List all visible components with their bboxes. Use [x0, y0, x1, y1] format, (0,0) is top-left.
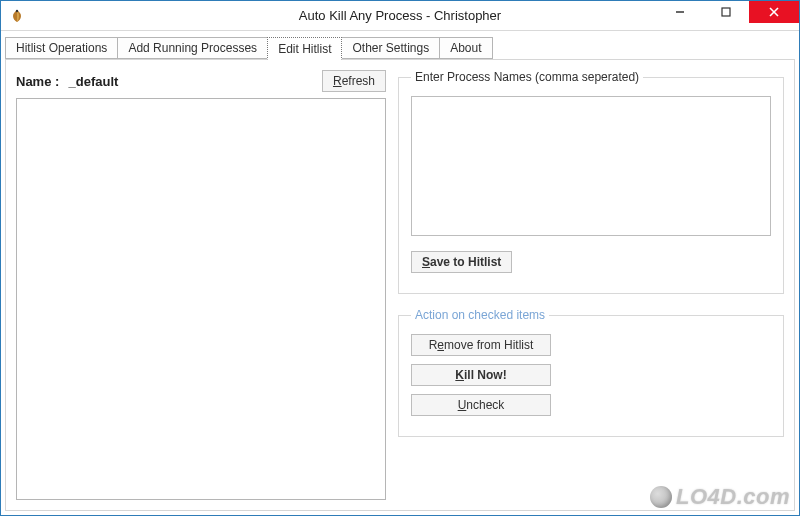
tab-add-running-processes[interactable]: Add Running Processes [117, 37, 268, 59]
refresh-button[interactable]: Refresh [322, 70, 386, 92]
app-window: Auto Kill Any Process - Christopher Hitl… [0, 0, 800, 516]
uncheck-button[interactable]: Uncheck [411, 394, 551, 416]
app-icon [9, 8, 25, 24]
remove-from-hitlist-button[interactable]: Remove from Hitlist [411, 334, 551, 356]
svg-rect-2 [722, 8, 730, 16]
hitlist-listbox[interactable] [16, 98, 386, 500]
action-on-checked-group: Action on checked items Remove from Hitl… [398, 308, 784, 437]
client-area: Hitlist Operations Add Running Processes… [1, 31, 799, 515]
tab-other-settings[interactable]: Other Settings [341, 37, 440, 59]
svg-point-0 [16, 9, 18, 11]
right-column: Enter Process Names (comma seperated) Sa… [398, 70, 784, 500]
close-button[interactable] [749, 1, 799, 23]
refresh-button-rest: efresh [342, 74, 375, 88]
enter-process-names-group: Enter Process Names (comma seperated) Sa… [398, 70, 784, 294]
kill-now-button[interactable]: Kill Now! [411, 364, 551, 386]
tab-about[interactable]: About [439, 37, 492, 59]
tab-hitlist-operations[interactable]: Hitlist Operations [5, 37, 118, 59]
enter-process-names-legend: Enter Process Names (comma seperated) [411, 70, 643, 84]
name-row: Name : _default Refresh [16, 70, 386, 92]
tab-edit-hitlist[interactable]: Edit Hitlist [267, 37, 342, 60]
tabstrip: Hitlist Operations Add Running Processes… [5, 35, 795, 59]
maximize-button[interactable] [703, 1, 749, 23]
save-to-hitlist-button[interactable]: Save to Hitlist [411, 251, 512, 273]
process-names-textarea[interactable] [411, 96, 771, 236]
action-on-checked-legend: Action on checked items [411, 308, 549, 322]
titlebar[interactable]: Auto Kill Any Process - Christopher [1, 1, 799, 31]
hitlist-name-value: _default [69, 74, 119, 89]
window-controls [657, 1, 799, 30]
left-column: Name : _default Refresh [16, 70, 386, 500]
tab-page-edit-hitlist: Name : _default Refresh Enter Process Na… [5, 59, 795, 511]
minimize-button[interactable] [657, 1, 703, 23]
name-label: Name : [16, 74, 67, 89]
